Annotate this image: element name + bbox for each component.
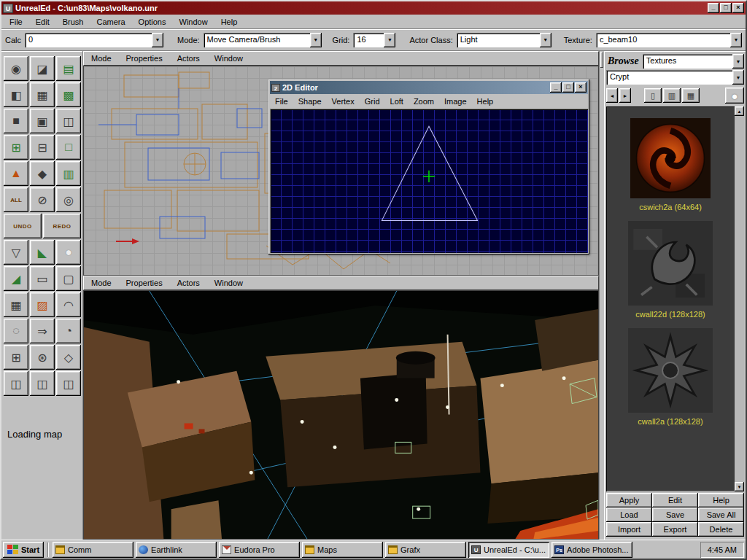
- view-large-icon[interactable]: ▯: [644, 88, 662, 103]
- 2d-editor-menu-vertex[interactable]: Vertex: [327, 95, 360, 108]
- texture-thumbnail-cswich2a[interactable]: [630, 118, 711, 198]
- prev-package-button[interactable]: ◄: [606, 88, 618, 103]
- view-small-icon[interactable]: ▦: [682, 88, 700, 103]
- workspace-scrollbar[interactable]: [599, 51, 605, 540]
- chevron-down-icon[interactable]: ▼: [730, 33, 742, 47]
- sheet-edit-tool[interactable]: ◪: [30, 56, 55, 81]
- scroll-down-icon[interactable]: ▼: [735, 482, 744, 491]
- perspective-viewport[interactable]: [83, 290, 599, 540]
- select-all-tool[interactable]: ALL: [4, 187, 28, 212]
- terrain-tool[interactable]: ▨: [30, 292, 55, 317]
- menu-file[interactable]: File: [3, 15, 29, 28]
- viewport-menu-window[interactable]: Window: [207, 276, 250, 289]
- 2d-editor-menu-image[interactable]: Image: [439, 95, 472, 108]
- diamond-sheet-tool[interactable]: ◇: [56, 345, 81, 370]
- tube-brush-tool[interactable]: ▢: [56, 266, 81, 291]
- extrude-tool[interactable]: ⇒: [30, 319, 55, 343]
- texture-item[interactable]: cswich2a (64x64): [630, 118, 711, 211]
- stairs-brush-tool[interactable]: ▭: [30, 266, 55, 291]
- viewport-menu-actors[interactable]: Actors: [170, 52, 207, 65]
- start-button[interactable]: Start: [3, 542, 44, 558]
- stair-brush-tool[interactable]: ◫: [56, 109, 81, 133]
- viewport-menu-mode[interactable]: Mode: [84, 52, 119, 65]
- 2d-editor-menu-grid[interactable]: Grid: [360, 95, 385, 108]
- texture-select[interactable]: c_beam10 ▼: [596, 33, 742, 47]
- viewport-menu-window[interactable]: Window: [207, 52, 250, 65]
- subtract-brush-tool[interactable]: ⊟: [30, 135, 55, 160]
- next-package-button[interactable]: ►: [619, 88, 631, 103]
- menu-brush[interactable]: Brush: [56, 15, 90, 28]
- import-button[interactable]: Import: [606, 522, 652, 537]
- brush-clip-tool[interactable]: ▦: [30, 82, 55, 107]
- 2d-editor-titlebar[interactable]: 2 2D Editor _ □ ×: [270, 81, 588, 94]
- apply-button[interactable]: Apply: [606, 493, 652, 508]
- move-vertex-tool[interactable]: ◧: [4, 82, 28, 107]
- ramp-brush-tool[interactable]: ◢: [4, 266, 28, 291]
- 2d-editor-canvas[interactable]: [270, 109, 588, 253]
- texture-thumbnail-cwall22d[interactable]: [628, 221, 713, 306]
- special-brush-tool[interactable]: ▥: [56, 161, 81, 186]
- viewport-menu-actors[interactable]: Actors: [170, 276, 207, 289]
- task-earthlink[interactable]: Earthlink: [136, 542, 217, 558]
- texture-item[interactable]: cwall22d (128x128): [628, 221, 713, 319]
- radial-grid-tool[interactable]: ⊛: [30, 345, 55, 370]
- maximize-icon[interactable]: □: [562, 82, 574, 93]
- calc-input[interactable]: 0 ▼: [25, 33, 163, 47]
- viewport-menu-properties[interactable]: Properties: [119, 276, 170, 289]
- mode-select[interactable]: Move Camera/Brush ▼: [204, 33, 322, 47]
- chevron-down-icon[interactable]: ▼: [732, 70, 744, 85]
- close-icon[interactable]: ×: [575, 82, 587, 93]
- select-none-tool[interactable]: ⊘: [30, 187, 55, 212]
- task-unrealed-c-u[interactable]: UUnrealEd - C:\u...: [468, 542, 549, 558]
- chevron-down-icon[interactable]: ▼: [310, 33, 322, 47]
- task-adobe-photosh[interactable]: PsAdobe Photosh...: [551, 542, 632, 558]
- grid9-tool[interactable]: ⊞: [4, 345, 28, 370]
- curved-stair-tool[interactable]: ◠: [56, 292, 81, 317]
- browser-category-select[interactable]: Textures ▼: [643, 54, 744, 69]
- menu-camera[interactable]: Camera: [90, 15, 131, 28]
- 2d-editor-menu-zoom[interactable]: Zoom: [409, 95, 439, 108]
- menu-options[interactable]: Options: [132, 15, 173, 28]
- task-maps[interactable]: Maps: [302, 542, 383, 558]
- 2d-editor-menu-help[interactable]: Help: [472, 95, 499, 108]
- viewport-menu-properties[interactable]: Properties: [119, 52, 170, 65]
- cylinder-brush-tool[interactable]: ◎: [56, 187, 81, 212]
- view-medium-icon[interactable]: ▥: [663, 88, 681, 103]
- redo-button[interactable]: REDO: [43, 214, 81, 238]
- checker-tool[interactable]: ▦: [4, 292, 28, 317]
- grid-select[interactable]: 16 ▼: [353, 33, 395, 47]
- task-comm[interactable]: Comm: [53, 542, 133, 558]
- chevron-down-icon[interactable]: ▼: [540, 33, 551, 47]
- load-button[interactable]: Load: [606, 508, 652, 522]
- camera-mode-tool[interactable]: ◉: [4, 56, 28, 81]
- help-button[interactable]: Help: [698, 493, 744, 508]
- 2d-editor-menu-shape[interactable]: Shape: [293, 95, 327, 108]
- frame-tool-2[interactable]: ◫: [30, 371, 55, 396]
- save-button[interactable]: Save: [652, 508, 698, 522]
- texture-scrollbar[interactable]: ▲ ▼: [735, 106, 744, 491]
- rock-actor-tool[interactable]: ◆: [30, 161, 55, 186]
- orthographic-viewport[interactable]: 2 2D Editor _ □ × FileShapeVertexGridLof…: [83, 66, 599, 276]
- spiral-stair-tool[interactable]: ◔: [56, 319, 81, 343]
- minimize-icon[interactable]: _: [550, 82, 562, 93]
- torch-actor-tool[interactable]: ▲: [4, 161, 28, 186]
- undo-button[interactable]: UNDO: [4, 214, 42, 238]
- wedge-brush-tool[interactable]: ◣: [30, 240, 55, 265]
- viewport-menu-mode[interactable]: Mode: [84, 276, 119, 289]
- texture-item[interactable]: cwall2a (128x128): [628, 328, 713, 426]
- texture-thumbnail-cwall2a[interactable]: [628, 328, 713, 413]
- chevron-down-icon[interactable]: ▼: [152, 33, 163, 47]
- delete-button[interactable]: Delete: [698, 522, 744, 537]
- add-brush-tool[interactable]: ⊞: [4, 135, 28, 160]
- close-icon[interactable]: ×: [732, 3, 744, 13]
- chevron-down-icon[interactable]: ▼: [732, 54, 744, 69]
- edit-button[interactable]: Edit: [652, 493, 698, 508]
- minimize-icon[interactable]: _: [708, 3, 719, 13]
- intersect-brush-tool[interactable]: □: [56, 135, 81, 160]
- sphere-brush-tool[interactable]: ●: [56, 240, 81, 265]
- cube-brush-tool[interactable]: ■: [4, 109, 28, 133]
- grid-snap-tool[interactable]: ▩: [56, 82, 81, 107]
- title-bar[interactable]: U UnrealEd - C:\un83\Maps\volkano.unr _ …: [1, 1, 746, 15]
- small-cube-tool[interactable]: ▣: [30, 109, 55, 133]
- add-sheet-tool[interactable]: ▤: [56, 56, 81, 81]
